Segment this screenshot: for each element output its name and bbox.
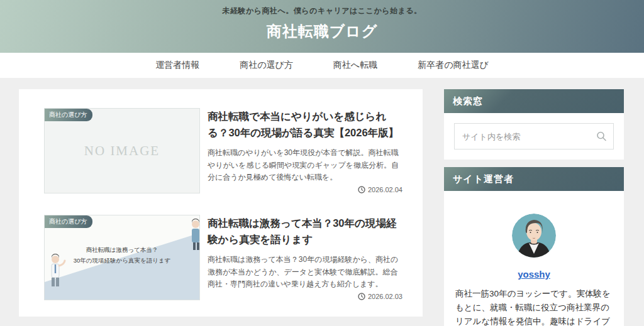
- sidebar: 検索窓 サイト運営者: [444, 89, 624, 326]
- article-title[interactable]: 商社転職は激務って本当？30年の現場経験から真実を語ります: [208, 215, 402, 248]
- article-date: 2026.02.03: [368, 293, 402, 300]
- article-1-entry: 商社転職で本当にやりがいを感じられる？30年の現場が語る真実【2026年版】 商…: [208, 108, 402, 193]
- content-area: 商社の選び方 NO IMAGE 商社転職で本当にやりがいを感じられる？30年の現…: [0, 78, 644, 326]
- global-nav: 運営者情報 商社の選び方 商社へ転職 新卒者の商社選び: [0, 53, 644, 78]
- article-card-2[interactable]: 商社の選び方 商社転職は激務って本当？ 30年の現場経験から真実を語ります 商社…: [44, 215, 402, 300]
- site-title[interactable]: 商社転職ブログ: [0, 21, 644, 41]
- search-widget-title: 検索窓: [444, 89, 624, 113]
- search-input[interactable]: [454, 123, 614, 149]
- site-header: 未経験から商社へ。僕らのキャリアはここから始まる。 商社転職ブログ: [0, 0, 644, 53]
- author-name-link[interactable]: yosshy: [518, 269, 550, 280]
- article-2-entry: 商社転職は激務って本当？30年の現場経験から真実を語ります 商社転職は激務って本…: [208, 215, 402, 300]
- category-badge[interactable]: 商社の選び方: [45, 215, 92, 228]
- search-widget: 検索窓: [444, 89, 624, 160]
- article-date: 2026.02.04: [368, 186, 402, 193]
- search-icon[interactable]: [596, 131, 607, 142]
- no-image-placeholder: NO IMAGE: [45, 109, 199, 193]
- nav-item-operator-info[interactable]: 運営者情報: [155, 60, 199, 71]
- page: 未経験から商社へ。僕らのキャリアはここから始まる。 商社転職ブログ 運営者情報 …: [0, 0, 644, 326]
- site-tagline: 未経験から商社へ。僕らのキャリアはここから始まる。: [0, 6, 644, 16]
- author-bio: 商社一筋30年のヨッシーです。実体験をもとに、就職・転職に役立つ商社業界のリアル…: [454, 287, 614, 326]
- nav-item-choose-shosha[interactable]: 商社の選び方: [240, 60, 293, 71]
- avatar: [512, 214, 556, 258]
- article-2-thumbnail[interactable]: 商社の選び方 商社転職は激務って本当？ 30年の現場経験から真実を語ります: [44, 215, 200, 300]
- thumbnail-caption: 商社転職は激務って本当？ 30年の現場経験から真実を語ります: [45, 244, 199, 266]
- author-widget: サイト運営者: [444, 167, 624, 326]
- article-excerpt: 商社転職は激務って本当？30年の現場経験から、商社の激務が本当かどうか、データと…: [208, 254, 402, 291]
- clock-icon: [358, 293, 365, 300]
- author-widget-title: サイト運営者: [444, 167, 624, 191]
- nav-item-new-grad[interactable]: 新卒者の商社選び: [418, 60, 489, 71]
- article-excerpt: 商社転職のやりがいを30年現役が本音で解説。商社転職 やりがいを感じる瞬間や現実…: [208, 147, 402, 184]
- article-list: 商社の選び方 NO IMAGE 商社転職で本当にやりがいを感じられる？30年の現…: [19, 89, 423, 317]
- article-meta: 2026.02.04: [208, 186, 402, 193]
- article-meta: 2026.02.03: [208, 293, 402, 300]
- nav-item-career-change[interactable]: 商社へ転職: [333, 60, 377, 71]
- author-widget-body: yosshy 商社一筋30年のヨッシーです。実体験をもとに、就職・転職に役立つ商…: [444, 191, 624, 326]
- category-badge[interactable]: 商社の選び方: [45, 109, 92, 121]
- article-card-1[interactable]: 商社の選び方 NO IMAGE 商社転職で本当にやりがいを感じられる？30年の現…: [44, 108, 402, 193]
- article-1-thumbnail[interactable]: 商社の選び方 NO IMAGE: [44, 108, 200, 193]
- search-widget-body: [444, 113, 624, 160]
- article-title[interactable]: 商社転職で本当にやりがいを感じられる？30年の現場が語る真実【2026年版】: [208, 108, 402, 141]
- clock-icon: [358, 186, 365, 193]
